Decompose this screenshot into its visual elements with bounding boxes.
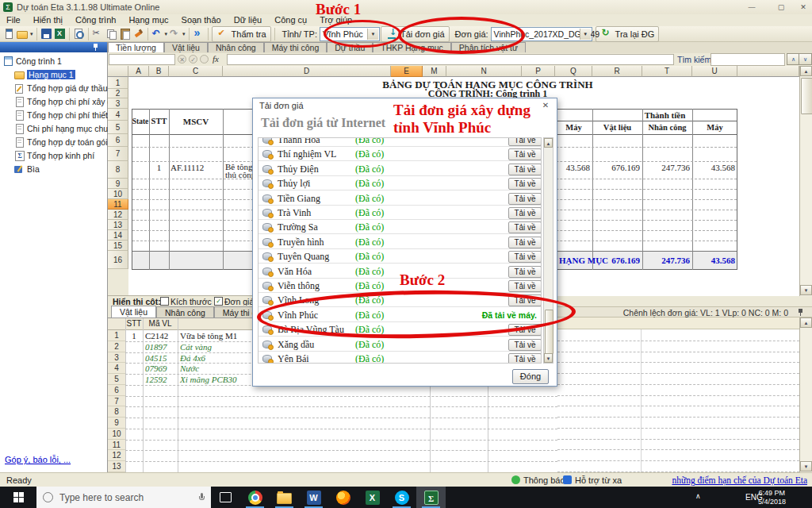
minimize-button[interactable]: — <box>741 2 762 13</box>
column-header-P[interactable]: P <box>522 66 555 77</box>
province-row[interactable]: Tuyên Quang(Đã có)Tải về <box>259 249 541 264</box>
province-row[interactable]: Trường Sa(Đã có)Tải về <box>259 220 541 234</box>
sheet-tab-0[interactable]: Tiền lượng <box>108 42 164 52</box>
menu-item-1[interactable]: Hiển thị <box>27 14 69 26</box>
save-icon[interactable] <box>40 28 52 40</box>
province-row[interactable]: Thủy Điện(Đã có)Tải về <box>259 162 541 176</box>
notify-label[interactable]: Thông báo <box>523 475 565 485</box>
scroll-up-icon[interactable]: ▲ <box>544 138 553 148</box>
scroll-down-icon[interactable]: ▼ <box>800 461 812 471</box>
column-header-B[interactable]: B <box>149 66 169 77</box>
column-header-A[interactable]: A <box>128 66 149 77</box>
tai-ve-button[interactable]: Tải về <box>508 193 542 205</box>
main-vscrollbar[interactable]: ▲ ▼ <box>799 66 812 296</box>
redo-dropdown-icon[interactable]: ▾ <box>182 31 186 37</box>
tree-item-8[interactable]: Bìa <box>14 163 40 175</box>
search-input[interactable] <box>710 53 785 66</box>
row-header-7[interactable]: 7 <box>108 147 128 161</box>
tai-ve-button[interactable]: Tải về <box>508 251 542 263</box>
tai-ve-button[interactable]: Tải về <box>508 221 542 233</box>
tai-ve-button[interactable]: Tải về <box>508 353 542 364</box>
menu-item-5[interactable]: Dữ liệu <box>228 14 269 26</box>
row-header-6[interactable]: 6 <box>108 134 128 147</box>
redo-icon[interactable] <box>169 28 181 40</box>
limitations-link[interactable]: những điểm hạn chế của Dự toán Eta <box>672 475 807 485</box>
sheet-tab-1[interactable]: Vật liệu <box>164 42 208 52</box>
column-header-T[interactable]: T <box>642 66 692 77</box>
scroll-up-icon[interactable]: ▲ <box>800 66 812 76</box>
kich-thuoc-checkbox[interactable] <box>160 297 169 306</box>
clock[interactable]: 6:49 PM5/4/2018 <box>758 489 785 506</box>
row-header-10[interactable]: 10 <box>108 189 128 199</box>
tree-item-2[interactable]: Tổng hợp giá dự thầu <box>14 82 107 94</box>
dialog-close-icon[interactable]: ✕ <box>541 101 550 110</box>
column-header-R[interactable]: R <box>592 66 642 77</box>
pin-icon[interactable] <box>92 43 99 52</box>
menu-item-0[interactable]: File <box>0 14 27 26</box>
menu-item-6[interactable]: Công cụ <box>268 14 313 26</box>
analysis-tab-0[interactable]: Vật liệu <box>111 306 156 318</box>
scroll-down-icon[interactable]: ▼ <box>544 353 553 363</box>
fx-icon[interactable]: fx <box>213 54 219 64</box>
province-row[interactable]: Yên Bái(Đã có)Tải về <box>259 352 541 364</box>
sheet-tab-3[interactable]: Máy thi công <box>264 42 327 52</box>
province-row[interactable]: Thí nghiệm VL(Đã có)Tải về <box>259 147 541 161</box>
maximize-button[interactable]: ▢ <box>771 2 791 13</box>
pin-icon[interactable] <box>797 308 804 317</box>
column-header-M[interactable]: M <box>423 66 446 77</box>
cancel-icon[interactable]: ✕ <box>178 55 186 64</box>
mic-icon[interactable] <box>199 493 205 502</box>
new-icon[interactable] <box>3 28 15 40</box>
cell-name-box[interactable] <box>109 54 175 65</box>
row-header-3[interactable]: 3 <box>108 98 128 109</box>
row-header-13[interactable]: 13 <box>108 220 128 230</box>
search-down-button[interactable]: ∨ <box>799 53 812 65</box>
row-header-12[interactable]: 12 <box>108 210 128 220</box>
taskbar-search[interactable]: Type here to search <box>36 487 211 508</box>
formula-input[interactable] <box>227 54 674 65</box>
tai-ve-button[interactable]: Tải về <box>508 164 542 175</box>
province-row[interactable]: Thủy lợi(Đã có)Tải về <box>259 176 541 190</box>
province-row[interactable]: Truyền hình(Đã có)Tải về <box>259 235 541 249</box>
column-header-E[interactable]: E <box>391 66 423 77</box>
menu-item-2[interactable]: Công trình <box>69 14 122 26</box>
column-header-U[interactable]: U <box>692 66 737 77</box>
column-header-Q[interactable]: Q <box>555 66 592 77</box>
tree-item-0[interactable]: Công trình 1 <box>3 55 62 67</box>
analysis-tab-1[interactable]: Nhân công <box>156 306 214 318</box>
dot-icon[interactable] <box>200 55 209 64</box>
close-button[interactable]: ✕ <box>793 2 812 13</box>
remote-label[interactable]: Hỗ trợ từ xa <box>575 475 622 485</box>
row-header-4[interactable]: 4 <box>108 109 128 121</box>
open-icon[interactable] <box>17 28 29 40</box>
taskbar-app-firefox[interactable] <box>328 487 358 508</box>
scroll-up-icon[interactable]: ▲ <box>800 318 812 328</box>
tree-item-1[interactable]: Hạng mục 1 <box>14 68 75 81</box>
taskbar-app-chrome[interactable] <box>240 487 270 508</box>
tai-ve-button[interactable]: Tải về <box>508 148 542 160</box>
tai-ve-button[interactable]: Tải về <box>508 237 542 248</box>
tray-chevron-icon[interactable]: ∧ <box>695 492 701 500</box>
scroll-thumb[interactable] <box>801 78 812 114</box>
notify-icon[interactable] <box>511 475 520 484</box>
row-header-11[interactable]: 11 <box>108 199 128 210</box>
column-header-D[interactable]: D <box>223 66 391 77</box>
tree-item-4[interactable]: Tổng hợp chi phí thiết bị <box>14 109 117 121</box>
row-header-14[interactable]: 14 <box>108 230 128 241</box>
taskbar-app-eta[interactable]: Σ <box>416 487 446 508</box>
undo-dropdown-icon[interactable]: ▾ <box>165 31 168 37</box>
copy-icon[interactable] <box>105 28 117 40</box>
tai-ve-button[interactable]: Tải về <box>508 280 542 292</box>
paste-icon[interactable] <box>119 28 131 40</box>
confirm-icon[interactable]: ✓ <box>189 55 197 64</box>
remote-support-icon[interactable] <box>563 475 572 484</box>
taskbar-app-excel[interactable]: X <box>358 487 387 508</box>
row-header-15[interactable]: 15 <box>108 241 128 251</box>
tai-ve-button[interactable]: Tải về <box>508 339 542 351</box>
tham-tra-button[interactable]: Thẩm tra <box>212 26 271 42</box>
province-row[interactable]: Tiền Giang(Đã có)Tải về <box>259 191 541 206</box>
taskbar-app-explorer[interactable] <box>270 487 299 508</box>
row-header-9[interactable]: 9 <box>108 179 128 189</box>
bottom-vscrollbar[interactable]: ▲ ▼ <box>799 318 812 472</box>
row-header-5[interactable]: 5 <box>108 121 128 134</box>
